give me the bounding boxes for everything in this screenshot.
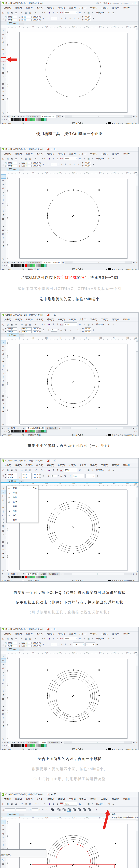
mirror-horizontal-icon[interactable]: ⇆ — [60, 475, 63, 477]
scrollbar-thumb[interactable] — [136, 341, 138, 351]
snap-to-menu[interactable]: 贴齐(T)▾ — [95, 469, 105, 471]
new-document-tab-button[interactable]: + — [19, 649, 24, 651]
color-swatch-3[interactable] — [19, 430, 22, 433]
text-tool[interactable]: 字 — [1, 525, 5, 528]
menu-item-1[interactable]: 编辑(E) — [13, 152, 24, 155]
text-tool[interactable]: 字 — [1, 67, 5, 70]
menu-item-4[interactable]: 对象(C) — [45, 632, 56, 635]
next-page-button[interactable]: ▶ — [17, 427, 20, 429]
transparency-tool[interactable]: ▨ — [1, 398, 5, 402]
save-file-icon[interactable]: ▣ — [10, 468, 14, 472]
rectangle-tool[interactable]: ▭ — [1, 202, 5, 205]
scale-y-input[interactable]: 100.0 — [33, 164, 39, 167]
add-page-button[interactable]: ⊞ — [1, 741, 3, 743]
print-icon[interactable]: ⊟ — [14, 637, 18, 641]
prev-page-button[interactable]: ◀ — [7, 116, 9, 117]
color-swatch-2[interactable] — [16, 430, 19, 433]
publish-to-pdf-icon[interactable]: PDF — [60, 11, 63, 14]
object-height-input[interactable]: 315 px — [22, 330, 32, 333]
palette-options-icon[interactable]: ▸ — [1, 430, 3, 432]
x-position-input[interactable]: 400 px — [7, 642, 17, 644]
freehand-tool[interactable]: ∿ — [1, 44, 5, 48]
first-page-button[interactable]: ⇤ — [4, 573, 6, 575]
y-position-input[interactable]: 300 px — [7, 19, 17, 21]
menu-item-0[interactable]: 文件(F) — [2, 152, 13, 155]
undo-options-icon[interactable]: ▾ — [38, 322, 39, 326]
menu-item-6[interactable]: 位图(B) — [67, 318, 78, 321]
next-page-button[interactable]: ▶ — [17, 116, 20, 117]
first-page-button[interactable]: ⇤ — [4, 741, 6, 743]
mirror-vertical-icon[interactable]: ⇅ — [64, 17, 66, 20]
pen-tool[interactable]: ʃ — [1, 509, 5, 513]
menu-item-1[interactable]: 编辑(E) — [13, 798, 24, 801]
color-swatch-8[interactable] — [33, 744, 35, 747]
color-swatch-3[interactable] — [19, 118, 22, 121]
lock-ratio-icon[interactable]: ⊡ — [42, 329, 45, 332]
menu-item-3[interactable]: 布局(L) — [34, 318, 45, 321]
menu-item-5[interactable]: 效果(C) — [56, 464, 67, 467]
object-width-input[interactable]: 353 px — [22, 473, 32, 476]
parallel-dimension-tool[interactable]: ↔ — [1, 386, 5, 390]
dynamic-guides-icon[interactable]: ⌖ — [91, 468, 95, 472]
dynamic-guides-icon[interactable]: ⌖ — [91, 802, 95, 806]
add-page-button[interactable]: ⊞ — [1, 427, 3, 429]
color-eyedropper-tool[interactable]: ✧ — [1, 402, 5, 406]
new-document-tab-button[interactable]: + — [19, 334, 24, 337]
next-page-button[interactable]: ▶ — [17, 261, 20, 263]
save-file-icon[interactable]: ▣ — [10, 637, 14, 641]
mirror-horizontal-icon[interactable]: ⇆ — [60, 163, 63, 166]
front-minus-back-button[interactable] — [77, 808, 82, 812]
scale-y-input[interactable]: 100.0 — [33, 476, 39, 479]
new-document-icon[interactable]: ▢ — [1, 157, 5, 160]
tab-scroll-left-icon[interactable]: ◀ — [60, 573, 63, 575]
intersect-button[interactable] — [67, 808, 72, 812]
trim-button[interactable] — [62, 808, 66, 812]
new-document-icon[interactable]: ▢ — [1, 322, 5, 326]
maximize-button[interactable]: ❐ — [54, 148, 56, 150]
zoom-to-fit-icon[interactable]: ◎ — [136, 741, 138, 743]
tab-scroll-left-icon[interactable]: ◀ — [62, 261, 64, 263]
palette-expand-icon[interactable]: » — [136, 430, 138, 432]
last-page-button[interactable]: ⇥ — [20, 741, 22, 743]
zoom-to-fit-icon[interactable]: ◎ — [136, 261, 138, 263]
tab-scroll-left-icon[interactable]: ◀ — [61, 116, 63, 117]
x-position-input[interactable]: 400 px — [7, 328, 17, 330]
undo-icon[interactable]: ↶ — [34, 468, 38, 472]
menu-item-7[interactable]: 文本(X) — [78, 464, 88, 467]
y-position-input[interactable]: 319 px — [7, 645, 17, 647]
rectangle-tool[interactable]: ▭ — [1, 682, 5, 685]
flyout-menu-item[interactable]: ⊂排斥 — [7, 509, 38, 513]
freehand-tool[interactable]: ∿ — [1, 356, 5, 360]
redo-options-icon[interactable]: ▾ — [44, 468, 45, 472]
customize-icon[interactable]: ≣ — [111, 322, 115, 326]
color-swatch-11[interactable] — [41, 744, 44, 747]
shape-tool[interactable]: ✏ — [1, 179, 5, 182]
status-flyout-icon[interactable]: ▶ — [22, 434, 24, 436]
drop-shadow-tool[interactable]: ▩ — [1, 228, 5, 232]
menu-item-3[interactable]: 布局(L) — [34, 798, 45, 801]
palette-expand-icon[interactable]: » — [136, 576, 138, 578]
ellipse-mode-icon[interactable]: ○ — [69, 163, 72, 166]
menu-item-4[interactable]: 对象(C) — [45, 6, 56, 9]
mirror-vertical-icon[interactable]: ⇅ — [64, 475, 66, 477]
freehand-tool[interactable]: ∿ — [1, 670, 5, 674]
scroll-up-icon[interactable]: ▲ — [137, 340, 138, 341]
color-swatch-4[interactable] — [22, 576, 24, 579]
full-screen-preview-icon[interactable]: ⊞ — [78, 637, 82, 641]
first-page-button[interactable]: ⇤ — [4, 261, 6, 263]
palette-scroll-right-icon[interactable]: › — [134, 265, 136, 266]
connector-tool[interactable]: ⌐ — [1, 705, 5, 708]
crop-tool[interactable]: ✂ — [1, 494, 5, 498]
flyout-menu-item[interactable]: ✃粗糙 — [7, 518, 38, 522]
add-page-button-end[interactable]: ⊞ — [23, 427, 25, 429]
publish-to-pdf-icon[interactable]: PDF — [60, 637, 63, 640]
polygon-tool[interactable]: ✶ — [1, 209, 5, 213]
smart-fill-tool[interactable]: ◈ — [1, 720, 5, 723]
color-swatch-0[interactable] — [10, 430, 13, 433]
color-swatch-8[interactable] — [33, 264, 35, 267]
table-tool[interactable]: ▦ — [1, 383, 5, 386]
maximize-button[interactable]: ❐ — [54, 314, 56, 316]
color-swatch-0[interactable] — [10, 576, 13, 579]
application-launcher-icon[interactable]: ◆ — [47, 10, 51, 14]
customize-icon[interactable]: ≣ — [111, 802, 115, 806]
